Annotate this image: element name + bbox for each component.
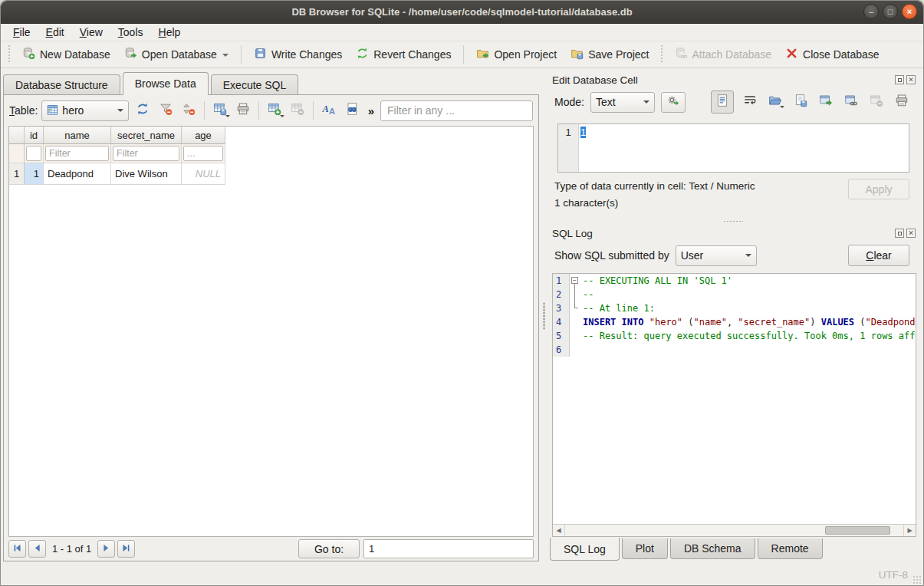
- sql-text: -- At line 1:: [580, 301, 655, 315]
- close-panel-icon[interactable]: ✕: [906, 229, 916, 238]
- font-button[interactable]: AA: [319, 100, 339, 120]
- maximize-button[interactable]: □: [883, 4, 898, 19]
- apply-button[interactable]: Apply: [848, 179, 909, 199]
- print-button[interactable]: [233, 100, 253, 120]
- cell-age[interactable]: NULL: [182, 163, 225, 185]
- prev-page-button[interactable]: [28, 540, 46, 558]
- new-database-icon: [22, 47, 35, 62]
- sql-log-view[interactable]: 1−-- EXECUTING ALL IN 'SQL 1'2--3-- At l…: [552, 273, 916, 537]
- menu-view[interactable]: View: [72, 25, 110, 40]
- next-page-button[interactable]: [97, 540, 115, 558]
- sql-log-line: 4INSERT INTO "hero" ("name", "secret_nam…: [553, 315, 916, 329]
- menu-help[interactable]: Help: [151, 25, 189, 40]
- sql-source-select[interactable]: User: [676, 245, 757, 266]
- row-number[interactable]: 1: [9, 163, 25, 185]
- mode-select[interactable]: Text: [590, 92, 655, 113]
- filter-input-age[interactable]: [183, 146, 223, 161]
- word-wrap-icon: [743, 94, 757, 110]
- close-button[interactable]: ×: [902, 4, 917, 19]
- filter-input-name[interactable]: [45, 146, 109, 161]
- open-project-button[interactable]: Open Project: [469, 43, 564, 66]
- dock-tab-db-schema[interactable]: DB Schema: [670, 538, 755, 559]
- tab-database-structure[interactable]: Database Structure: [3, 74, 120, 94]
- filter-input-id[interactable]: [26, 146, 41, 161]
- close-database-button[interactable]: Close Database: [778, 43, 886, 66]
- column-header-age[interactable]: age: [182, 127, 225, 144]
- last-page-button[interactable]: [117, 540, 135, 558]
- horizontal-splitter[interactable]: [547, 217, 919, 225]
- menu-edit[interactable]: Edit: [38, 25, 72, 40]
- column-header-id[interactable]: id: [25, 127, 44, 144]
- horizontal-scrollbar[interactable]: ◀ ▶: [553, 524, 916, 536]
- toolbar-drag-handle[interactable]: [8, 45, 12, 64]
- cell-value-editor[interactable]: 1 1: [557, 123, 909, 173]
- column-header-name[interactable]: name: [44, 127, 111, 144]
- menu-tools[interactable]: Tools: [110, 25, 151, 40]
- refresh-button[interactable]: [133, 100, 153, 120]
- float-panel-icon[interactable]: [895, 75, 904, 84]
- first-page-button[interactable]: [8, 540, 26, 558]
- revert-changes-button[interactable]: Revert Changes: [349, 43, 458, 66]
- link-button[interactable]: [842, 93, 860, 111]
- encoding-indicator[interactable]: UTF-8: [879, 569, 908, 581]
- fold-collapse-icon[interactable]: −: [571, 277, 578, 284]
- browse-data-frame: Table: hero AA » idnamesecret_nameage 11…: [3, 94, 539, 561]
- toolbar-drag-handle[interactable]: [660, 45, 664, 64]
- scroll-left-icon[interactable]: ◀: [553, 525, 565, 536]
- dock-tab-plot[interactable]: Plot: [622, 538, 668, 559]
- open-database-button[interactable]: Open Database: [117, 43, 235, 66]
- clear-log-button[interactable]: Clear: [848, 245, 909, 266]
- chevron-down-icon[interactable]: [225, 115, 230, 120]
- dock-tab-sql-log[interactable]: SQL Log: [550, 538, 620, 561]
- toolbar-overflow-button[interactable]: »: [366, 104, 377, 117]
- print-button[interactable]: [893, 93, 911, 111]
- word-wrap-button[interactable]: [741, 93, 759, 111]
- filter-input-secret-name[interactable]: [113, 146, 179, 161]
- save-project-button[interactable]: Save Project: [564, 43, 656, 66]
- filter-any-column-input[interactable]: [380, 100, 533, 121]
- first-page-icon: [12, 542, 22, 556]
- clear-filter-button[interactable]: [156, 100, 176, 120]
- save-file-button[interactable]: [791, 93, 810, 111]
- last-page-icon: [121, 542, 131, 556]
- vertical-splitter[interactable]: [541, 68, 547, 563]
- sql-text: --: [580, 288, 594, 301]
- save-table-button[interactable]: [210, 100, 230, 120]
- cell-editor-line-number: 1: [558, 124, 579, 172]
- find-icon: [345, 102, 359, 119]
- set-null-icon: [870, 94, 883, 110]
- cell-name[interactable]: Deadpond: [44, 163, 111, 185]
- minimize-button[interactable]: –: [863, 4, 879, 19]
- open-file-button[interactable]: [766, 93, 784, 111]
- tab-browse-data[interactable]: Browse Data: [123, 72, 209, 95]
- chevron-down-icon[interactable]: [222, 54, 229, 60]
- toolbar-button-label: Open Project: [494, 48, 557, 61]
- chevron-down-icon[interactable]: [280, 115, 284, 120]
- chevron-down-icon[interactable]: [780, 106, 784, 110]
- float-panel-icon[interactable]: [895, 229, 904, 238]
- clear-sort-button[interactable]: [179, 100, 199, 120]
- auto-format-button[interactable]: [661, 92, 686, 113]
- goto-record-input[interactable]: [363, 539, 534, 558]
- resize-grip-icon[interactable]: [912, 575, 922, 584]
- table-select[interactable]: hero: [41, 100, 128, 121]
- new-record-button[interactable]: [265, 100, 284, 120]
- write-changes-button[interactable]: Write Changes: [247, 43, 349, 66]
- goto-button[interactable]: Go to:: [298, 539, 360, 558]
- new-database-button[interactable]: New Database: [15, 43, 117, 66]
- dock-tab-remote[interactable]: Remote: [758, 538, 823, 559]
- cell-editor-text: 1: [580, 127, 586, 138]
- tab-execute-sql[interactable]: Execute SQL: [211, 74, 299, 94]
- scrollbar-thumb[interactable]: [825, 526, 890, 535]
- menu-file[interactable]: File: [5, 25, 38, 40]
- titlebar[interactable]: DB Browser for SQLite - /home/user/code/…: [1, 1, 923, 24]
- export-button[interactable]: [817, 93, 835, 111]
- text-mode-button[interactable]: [711, 91, 734, 114]
- cell-id[interactable]: 1: [25, 163, 44, 185]
- find-button[interactable]: [342, 100, 362, 120]
- cell-secret-name[interactable]: Dive Wilson: [111, 163, 182, 185]
- menubar: FileEditViewToolsHelp: [1, 24, 923, 41]
- column-header-secret-name[interactable]: secret_name: [111, 127, 182, 144]
- scroll-right-icon[interactable]: ▶: [903, 525, 916, 536]
- close-panel-icon[interactable]: ✕: [906, 75, 916, 84]
